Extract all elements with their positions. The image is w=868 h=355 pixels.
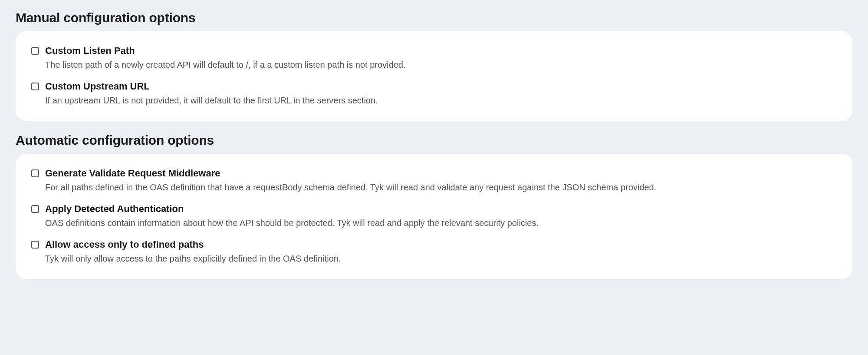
option-generate-validate-middleware: Generate Validate Request Middleware For…: [31, 168, 837, 194]
option-desc: The listen path of a newly created API w…: [45, 58, 837, 71]
option-apply-detected-auth: Apply Detected Authentication OAS defini…: [31, 203, 837, 229]
manual-section-title: Manual configuration options: [16, 10, 852, 25]
checkbox-allow-defined-paths-only[interactable]: [31, 241, 39, 249]
option-label: Custom Upstream URL: [45, 81, 837, 92]
option-label: Generate Validate Request Middleware: [45, 168, 837, 179]
option-desc: Tyk will only allow access to the paths …: [45, 252, 837, 265]
checkbox-apply-detected-auth[interactable]: [31, 205, 39, 213]
manual-options-card: Custom Listen Path The listen path of a …: [16, 31, 852, 121]
automatic-options-card: Generate Validate Request Middleware For…: [16, 154, 852, 279]
checkbox-custom-upstream-url[interactable]: [31, 83, 39, 90]
option-body: Custom Upstream URL If an upstream URL i…: [45, 81, 837, 107]
option-allow-defined-paths-only: Allow access only to defined paths Tyk w…: [31, 239, 837, 265]
option-custom-listen-path: Custom Listen Path The listen path of a …: [31, 45, 837, 71]
option-label: Custom Listen Path: [45, 45, 837, 56]
option-body: Generate Validate Request Middleware For…: [45, 168, 837, 194]
option-body: Apply Detected Authentication OAS defini…: [45, 203, 837, 229]
option-body: Custom Listen Path The listen path of a …: [45, 45, 837, 71]
automatic-section-title: Automatic configuration options: [16, 133, 852, 148]
option-label: Allow access only to defined paths: [45, 239, 837, 250]
option-body: Allow access only to defined paths Tyk w…: [45, 239, 837, 265]
checkbox-custom-listen-path[interactable]: [31, 47, 39, 55]
option-desc: If an upstream URL is not provided, it w…: [45, 94, 837, 107]
checkbox-generate-validate-middleware[interactable]: [31, 169, 39, 177]
option-desc: OAS definitions contain information abou…: [45, 216, 837, 229]
option-desc: For all paths defined in the OAS definit…: [45, 181, 837, 194]
option-custom-upstream-url: Custom Upstream URL If an upstream URL i…: [31, 81, 837, 107]
option-label: Apply Detected Authentication: [45, 203, 837, 215]
